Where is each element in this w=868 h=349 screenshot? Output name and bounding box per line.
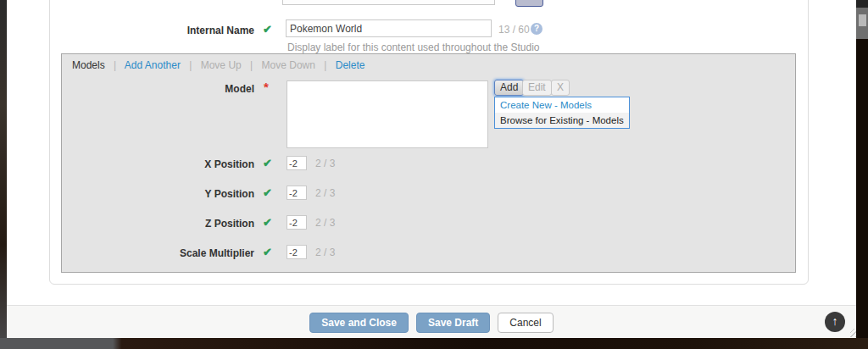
valid-check-icon: ✔ [263, 246, 272, 259]
model-remove-button[interactable]: X [551, 80, 570, 96]
internal-name-counter: 13 / 60 [498, 24, 530, 36]
x-position-counter: 2 / 3 [315, 158, 335, 169]
page-background-right [856, 0, 868, 349]
up-arrow-icon: ↑ [832, 314, 838, 328]
z-position-counter: 2 / 3 [315, 217, 335, 229]
background-strip-dark [856, 0, 868, 8]
y-position-label: Y Position [92, 186, 254, 202]
y-position-counter: 2 / 3 [315, 187, 335, 199]
previous-field-input-partial[interactable] [282, 0, 495, 5]
separator: | [114, 59, 116, 71]
valid-check-icon: ✔ [263, 23, 272, 36]
internal-name-helper-text: Display label for this content used thro… [287, 42, 540, 53]
scale-multiplier-label: Scale Multiplier [92, 246, 254, 261]
valid-check-icon: ✔ [263, 186, 272, 200]
content-edit-dialog: Internal Name ✔ 13 / 60 ? Display label … [7, 0, 856, 338]
separator: | [324, 59, 326, 71]
model-label: Model [92, 81, 254, 97]
valid-check-icon: ✔ [263, 157, 272, 170]
model-listbox[interactable] [287, 80, 488, 148]
separator: | [189, 59, 192, 71]
models-section-title: Models [72, 59, 105, 71]
models-section-header: Models | Add Another | Move Up | Move Do… [72, 59, 370, 71]
dialog-footer: Save and Close Save Draft Cancel [7, 305, 856, 338]
help-icon[interactable]: ? [531, 23, 542, 35]
page-background-bottom [0, 338, 868, 349]
x-position-label: X Position [92, 157, 254, 172]
delete-link[interactable]: Delete [336, 59, 365, 71]
z-position-input[interactable] [287, 215, 307, 230]
internal-name-input[interactable] [286, 19, 492, 37]
model-add-button[interactable]: Add [494, 80, 524, 96]
internal-name-label: Internal Name [92, 23, 254, 38]
move-up-link[interactable]: Move Up [201, 59, 242, 71]
scale-multiplier-counter: 2 / 3 [315, 247, 335, 258]
z-position-label: Z Position [92, 216, 254, 231]
resize-handle[interactable] [850, 329, 856, 337]
y-position-input[interactable] [287, 186, 307, 200]
scale-multiplier-input[interactable] [287, 245, 307, 259]
model-edit-button[interactable]: Edit [522, 80, 552, 96]
required-asterisk-icon: * [264, 81, 269, 93]
separator: | [250, 59, 253, 71]
save-draft-button[interactable]: Save Draft [416, 313, 490, 333]
background-toolbar-fragment [856, 8, 868, 39]
menu-item-create-new[interactable]: Create New - Models [495, 97, 629, 113]
scroll-to-top-button[interactable]: ↑ [825, 312, 845, 332]
add-another-link[interactable]: Add Another [125, 59, 181, 71]
save-and-close-button[interactable]: Save and Close [309, 313, 409, 333]
previous-field-button-partial[interactable] [515, 0, 543, 7]
move-down-link[interactable]: Move Down [262, 59, 315, 71]
model-add-menu: Create New - Models Browse for Existing … [494, 97, 630, 129]
background-text-fragment [859, 14, 866, 26]
x-position-input[interactable] [287, 156, 307, 170]
cancel-button[interactable]: Cancel [498, 313, 553, 333]
valid-check-icon: ✔ [263, 216, 272, 230]
menu-item-browse-existing[interactable]: Browse for Existing - Models [495, 113, 629, 128]
page-background-left [0, 0, 7, 349]
